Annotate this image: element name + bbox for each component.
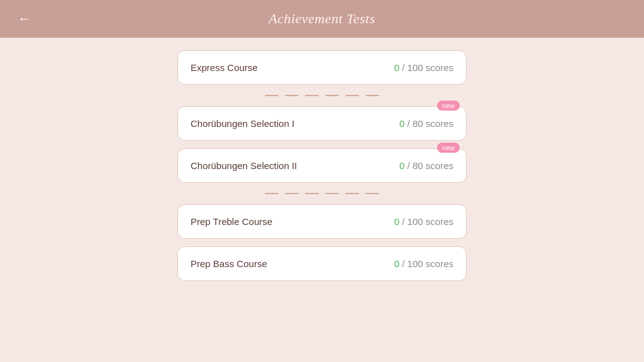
course-name: Chorübungen Selection II (191, 160, 297, 171)
divider-dash (365, 95, 379, 96)
course-item-express-course[interactable]: Express Course0 / 100 scores (177, 50, 467, 85)
page-title: Achievement Tests (269, 11, 375, 27)
divider-dash (325, 193, 339, 194)
divider-dash (285, 193, 299, 194)
course-item-prep-treble-course[interactable]: Prep Treble Course0 / 100 scores (177, 204, 467, 239)
divider-dash (305, 95, 319, 96)
course-score: 0 / 80 scores (399, 160, 453, 171)
course-score: 0 / 100 scores (394, 62, 453, 73)
divider-dash (285, 95, 299, 96)
course-item-chorubungen-selection-i[interactable]: newChorübungen Selection I0 / 80 scores (177, 106, 467, 141)
course-item-prep-bass-course[interactable]: Prep Bass Course0 / 100 scores (177, 246, 467, 281)
divider-dash (365, 193, 379, 194)
divider-dash (265, 193, 279, 194)
divider-3 (177, 193, 467, 194)
new-badge: new (437, 101, 460, 111)
divider-1 (177, 95, 467, 96)
score-number: 0 (394, 216, 399, 227)
courses-list: Express Course0 / 100 scoresnewChorübung… (0, 38, 644, 362)
course-item-chorubungen-selection-ii[interactable]: newChorübungen Selection II0 / 80 scores (177, 148, 467, 183)
score-number: 0 (399, 160, 404, 171)
divider-dash (345, 95, 359, 96)
course-name: Prep Bass Course (191, 258, 267, 269)
score-number: 0 (394, 62, 399, 73)
divider-dash (325, 95, 339, 96)
divider-dash (265, 95, 279, 96)
app-header: ← Achievement Tests (0, 0, 644, 38)
divider-dash (345, 193, 359, 194)
divider-dash (305, 193, 319, 194)
course-name: Express Course (191, 62, 258, 73)
course-score: 0 / 100 scores (394, 216, 453, 227)
back-arrow-icon: ← (18, 11, 31, 27)
course-name: Prep Treble Course (191, 216, 272, 227)
back-button[interactable]: ← (13, 8, 36, 30)
new-badge: new (437, 143, 460, 153)
course-score: 0 / 100 scores (394, 258, 453, 269)
score-number: 0 (394, 258, 399, 269)
course-name: Chorübungen Selection I (191, 118, 294, 129)
score-number: 0 (399, 118, 404, 129)
course-score: 0 / 80 scores (399, 118, 453, 129)
